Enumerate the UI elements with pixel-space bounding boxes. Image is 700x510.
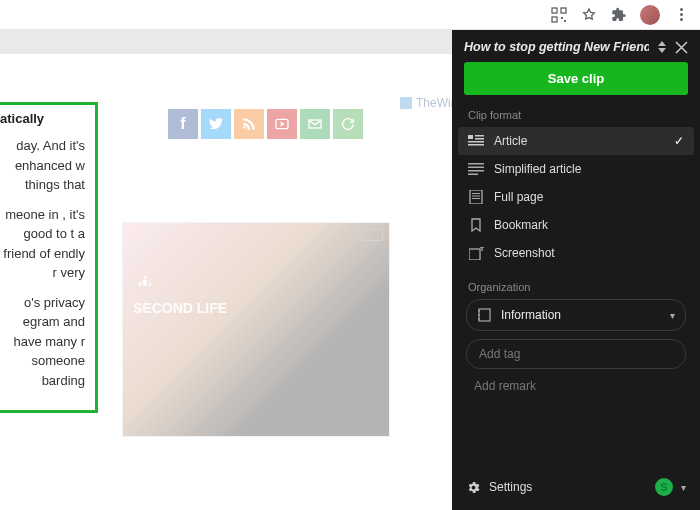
chevron-down-icon[interactable]: ▾ xyxy=(681,482,686,493)
format-fullpage[interactable]: Full page xyxy=(458,183,694,211)
svg-rect-9 xyxy=(475,138,484,140)
notebook-name: Information xyxy=(501,308,660,322)
clip-title[interactable]: How to stop getting New Friend xyxy=(464,40,649,54)
format-label: Bookmark xyxy=(494,218,684,232)
svg-rect-8 xyxy=(475,135,484,137)
svg-rect-10 xyxy=(468,141,484,143)
clipper-panel: How to stop getting New Friend Save clip… xyxy=(452,30,700,510)
avatar[interactable] xyxy=(640,5,660,25)
screenshot-icon xyxy=(468,246,484,260)
settings-row: Settings S ▾ xyxy=(452,468,700,510)
format-label: Screenshot xyxy=(494,246,684,260)
organization-label: Organization xyxy=(458,281,694,299)
format-simplified[interactable]: Simplified article xyxy=(458,155,694,183)
ad-banner[interactable]: SECOND LIFE xyxy=(122,222,390,437)
svg-rect-0 xyxy=(552,8,557,13)
notebook-icon xyxy=(477,308,491,322)
svg-rect-14 xyxy=(468,170,484,172)
simplified-icon xyxy=(468,162,484,176)
svg-rect-2 xyxy=(552,17,557,22)
svg-rect-4 xyxy=(564,20,566,22)
gear-icon[interactable] xyxy=(466,480,481,495)
check-icon: ✓ xyxy=(674,134,684,148)
account-badge[interactable]: S xyxy=(655,478,673,496)
organization-section: Organization Information ▾ Add tag Add r… xyxy=(452,267,700,403)
format-label: Simplified article xyxy=(494,162,684,176)
add-tag-input[interactable]: Add tag xyxy=(466,339,686,369)
close-icon[interactable] xyxy=(675,41,688,54)
svg-rect-17 xyxy=(472,193,480,194)
settings-label[interactable]: Settings xyxy=(489,480,647,494)
article-para-2: meone in , it's good to t a friend of en… xyxy=(0,205,85,283)
fullpage-icon xyxy=(468,190,484,204)
svg-rect-20 xyxy=(469,249,480,260)
svg-rect-3 xyxy=(561,17,563,19)
format-label: Article xyxy=(494,134,664,148)
format-screenshot[interactable]: Screenshot xyxy=(458,239,694,267)
refresh-icon[interactable] xyxy=(333,109,363,139)
svg-rect-7 xyxy=(468,135,473,139)
browser-toolbar xyxy=(0,0,700,30)
svg-rect-12 xyxy=(468,163,484,165)
ad-brand-logo: SECOND LIFE xyxy=(133,273,227,315)
email-icon[interactable] xyxy=(300,109,330,139)
format-article[interactable]: Article ✓ xyxy=(458,127,694,155)
svg-rect-16 xyxy=(470,190,482,204)
logo-square-icon xyxy=(400,97,412,109)
format-list: Article ✓ Simplified article Full page B… xyxy=(452,127,700,267)
notebook-select[interactable]: Information ▾ xyxy=(466,299,686,331)
svg-rect-18 xyxy=(472,196,480,197)
save-clip-button[interactable]: Save clip xyxy=(464,62,688,95)
rss-icon[interactable] xyxy=(234,109,264,139)
article-heading-fragment: atically xyxy=(0,111,85,126)
article-para-3: o's privacy egram and have many r someon… xyxy=(0,293,85,391)
format-bookmark[interactable]: Bookmark xyxy=(458,211,694,239)
article-icon xyxy=(468,134,484,148)
svg-rect-13 xyxy=(468,167,484,169)
clipper-title-row: How to stop getting New Friend xyxy=(452,30,700,62)
svg-rect-11 xyxy=(468,144,484,146)
twitter-icon[interactable] xyxy=(201,109,231,139)
bookmark-icon xyxy=(468,218,484,232)
facebook-icon[interactable]: f xyxy=(168,109,198,139)
menu-dots-icon[interactable] xyxy=(672,6,690,24)
puzzle-icon[interactable] xyxy=(610,6,628,24)
article-selection: atically day. And it's enhanced w things… xyxy=(0,102,98,413)
svg-rect-1 xyxy=(561,8,566,13)
qr-icon[interactable] xyxy=(550,6,568,24)
up-down-icon[interactable] xyxy=(655,41,669,53)
clip-format-label: Clip format xyxy=(452,109,700,127)
social-bar: f xyxy=(168,109,363,139)
youtube-icon[interactable] xyxy=(267,109,297,139)
chevron-down-icon: ▾ xyxy=(670,310,675,321)
svg-rect-19 xyxy=(472,198,480,199)
article-para-1: day. And it's enhanced w things that xyxy=(0,136,85,195)
format-label: Full page xyxy=(494,190,684,204)
star-icon[interactable] xyxy=(580,6,598,24)
svg-rect-21 xyxy=(479,309,490,321)
svg-rect-15 xyxy=(468,174,478,176)
add-remark-button[interactable]: Add remark xyxy=(458,369,694,403)
